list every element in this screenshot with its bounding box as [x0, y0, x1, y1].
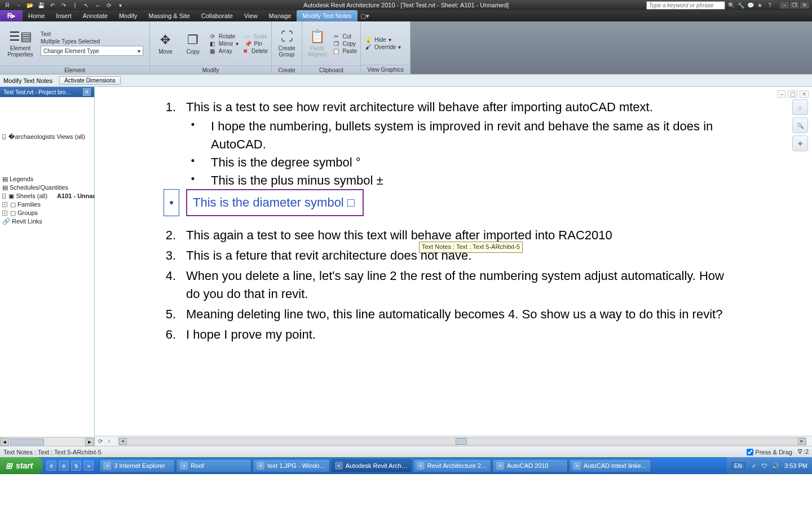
- ribbon-tab-insert[interactable]: Insert: [50, 10, 77, 21]
- filter-indicator[interactable]: ∇ :2: [798, 448, 809, 456]
- taskbar-task[interactable]: ▪AutoCAD mtext linke…: [569, 459, 651, 472]
- nav-zoom-icon[interactable]: 🔍: [792, 117, 808, 133]
- taskbar-task[interactable]: ▪3 Internet Explorer: [99, 459, 175, 472]
- measure-icon[interactable]: ↔: [94, 1, 102, 9]
- delete-button[interactable]: Delete: [251, 48, 268, 54]
- ql-chevron-icon[interactable]: »: [83, 461, 94, 471]
- ribbon-group-create: ⛶Create Group Create: [272, 21, 302, 74]
- pin-button[interactable]: Pin: [254, 41, 262, 47]
- activate-dimensions-button[interactable]: Activate Dimensions: [59, 76, 121, 85]
- change-element-type-dropdown[interactable]: Change Element Type▾: [41, 46, 143, 56]
- element-properties-button[interactable]: ☰▤ Element Properties: [3, 23, 37, 64]
- qat-dropdown-icon[interactable]: ▾: [116, 1, 124, 9]
- panel-close-icon[interactable]: ✕: [83, 88, 91, 96]
- restore-button[interactable]: ❐: [789, 1, 800, 9]
- nav-home-icon[interactable]: ⌂: [792, 99, 808, 115]
- tray-icon[interactable]: 🛡: [761, 462, 769, 470]
- text-note-content[interactable]: 1. This is a test to see how revit archi…: [162, 98, 732, 346]
- view-icon[interactable]: ♀: [107, 438, 112, 444]
- ribbon-tab-collaborate[interactable]: Collaborate: [196, 10, 239, 21]
- nav-pan-icon[interactable]: ✥: [792, 135, 808, 151]
- language-indicator[interactable]: EN: [731, 462, 745, 470]
- tree-views[interactable]: Views (all): [56, 133, 85, 141]
- ribbon-tab-modify[interactable]: Modify: [113, 10, 143, 21]
- browser-hscrollbar[interactable]: ◄►: [0, 437, 94, 446]
- hide-button[interactable]: 💡Hide ▾: [364, 37, 401, 43]
- sheet-canvas[interactable]: –▢✕ ⌂ 🔍 ✥ 1. This is a test to see how r…: [95, 87, 812, 436]
- binoculars-icon[interactable]: 🔍: [727, 1, 735, 9]
- ribbon-tab-modify-text-notes[interactable]: Modify Text Notes: [297, 10, 357, 21]
- key-icon[interactable]: 🔧: [737, 1, 745, 9]
- task-icon: ▪: [335, 462, 343, 470]
- ql-icon[interactable]: e: [46, 461, 56, 471]
- navigation-wheel[interactable]: ⌂ 🔍 ✥: [792, 99, 809, 151]
- tree-legends[interactable]: Legends: [10, 175, 33, 183]
- mirror-button[interactable]: ◧Mirror ▾ 📌Pin: [209, 41, 268, 47]
- task-icon: ▪: [180, 462, 188, 470]
- taskbar-task[interactable]: ▪Revit Architecture 2…: [413, 459, 491, 472]
- tray-icon[interactable]: ✓: [750, 462, 758, 470]
- tree-groups[interactable]: Groups: [17, 209, 38, 217]
- tree-families[interactable]: Families: [17, 200, 41, 209]
- tree-sheet-a101[interactable]: A101 - Unnamed: [57, 192, 94, 200]
- status-bar: Text Notes : Text : Text 5-ARchitxt-5 Pr…: [0, 446, 812, 457]
- ribbon-tab-annotate[interactable]: Annotate: [77, 10, 113, 21]
- save-icon[interactable]: 💾: [37, 1, 45, 9]
- start-button[interactable]: ⊞start: [0, 457, 43, 474]
- tree-schedules[interactable]: Schedules/Quantities: [10, 183, 68, 192]
- rotate-button[interactable]: ⟳Rotate ▭Scale: [209, 33, 268, 40]
- taskbar-task[interactable]: ▪Roof: [176, 459, 251, 472]
- taskbar-task[interactable]: ▪text 1.JPG - Windo…: [253, 459, 329, 472]
- tray-icon[interactable]: 🔊: [771, 462, 779, 470]
- star-icon[interactable]: ★: [756, 1, 764, 9]
- view-window-controls[interactable]: –▢✕: [778, 90, 809, 98]
- override-button[interactable]: 🖌Override ▾: [364, 44, 401, 50]
- close-button[interactable]: ✕: [800, 1, 810, 9]
- taskbar-task[interactable]: ▪AutoCAD 2010: [492, 459, 568, 472]
- divider: |: [71, 1, 79, 9]
- quick-launch: e e ↯ »: [43, 461, 97, 471]
- comm-icon[interactable]: 💬: [747, 1, 754, 9]
- ribbon-tab-home[interactable]: Home: [23, 10, 50, 21]
- panel-title-text: Text Test.rvt - Project bro…: [3, 89, 71, 95]
- open-icon[interactable]: 📂: [26, 1, 34, 9]
- minimize-button[interactable]: –: [779, 1, 789, 9]
- ribbon-tab-manage[interactable]: Manage: [263, 10, 297, 21]
- paste-icon: 📋: [332, 48, 340, 54]
- move-button[interactable]: ✥Move: [153, 23, 178, 64]
- panel-extra-icon[interactable]: ▢▾: [358, 10, 372, 21]
- redo-icon[interactable]: ↷: [60, 1, 68, 9]
- project-browser-title[interactable]: Text Test.rvt - Project bro… ✕: [0, 87, 94, 97]
- ribbon-tab-view[interactable]: View: [239, 10, 263, 21]
- help-search-input[interactable]: [646, 1, 725, 10]
- ribbon-tab-massing-site[interactable]: Massing & Site: [143, 10, 195, 21]
- type-selected-label: Multiple Types Selected: [41, 38, 146, 45]
- list-text: Meaning deleting line two, this line aut…: [186, 305, 732, 323]
- project-browser-tree[interactable]: –�archaeologistsViews (all) –Floor Plans…: [0, 97, 94, 437]
- canvas-hscrollbar[interactable]: ◄►: [118, 437, 807, 445]
- ql-icon[interactable]: e: [59, 461, 69, 471]
- pointer-icon[interactable]: ↖: [82, 1, 90, 9]
- ql-icon[interactable]: ↯: [71, 461, 81, 471]
- view-icon[interactable]: ⟳: [98, 438, 103, 444]
- tray-clock[interactable]: 3:53 PM: [784, 462, 807, 469]
- selected-text-note[interactable]: • This is the diameter symbol □: [164, 189, 364, 216]
- help-icon[interactable]: ?: [766, 1, 774, 9]
- new-icon[interactable]: ▫: [15, 1, 23, 9]
- undo-icon[interactable]: ↶: [48, 1, 56, 9]
- press-drag-checkbox[interactable]: Press & Drag: [747, 449, 792, 456]
- ribbon-group-view-graphics: 💡Hide ▾ 🖌Override ▾ View Graphics: [361, 21, 411, 74]
- copy-icon: ❐: [332, 41, 340, 47]
- copy-clipboard-button[interactable]: ❐Copy: [332, 41, 357, 47]
- create-group-button[interactable]: ⛶Create Group: [273, 23, 301, 64]
- selection-bullet-handle[interactable]: •: [164, 189, 179, 216]
- tree-sheets[interactable]: Sheets (all): [16, 192, 47, 200]
- application-menu-button[interactable]: R▸: [0, 10, 23, 21]
- array-button[interactable]: ▦Array ✖Delete: [209, 48, 268, 54]
- sync-icon[interactable]: ⟳: [105, 1, 113, 9]
- copy-button[interactable]: ❐Copy: [181, 23, 205, 64]
- bullet-text: I hope the numbering, bullets system is …: [211, 117, 732, 154]
- taskbar-task[interactable]: ▪Autodesk Revit Arch…: [331, 459, 412, 472]
- tree-revit-links[interactable]: Revit Links: [12, 217, 42, 226]
- cut-button[interactable]: ✂Cut: [332, 33, 357, 40]
